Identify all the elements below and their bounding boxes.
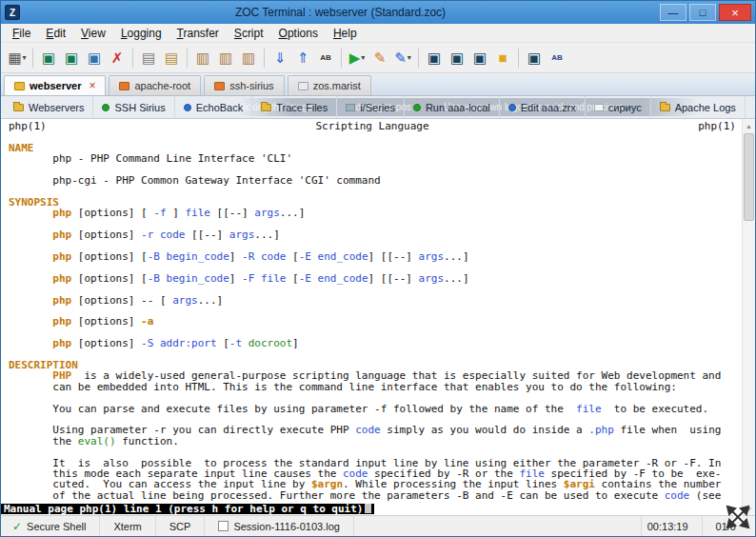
quickbar-item-run-aaa-local[interactable]: Run aaa-local (405, 96, 500, 118)
receive-file-icon[interactable]: ⇓ (269, 47, 291, 70)
clipboard-print-icon[interactable]: ▥ (237, 47, 260, 70)
blue-icon (184, 104, 191, 111)
scroll-up-icon[interactable]: ▲ (743, 119, 755, 132)
clipboard-copy-icon-glyph: ▥ (196, 50, 209, 65)
save-session-icon[interactable]: ▣ (83, 47, 106, 70)
menu-item-edit[interactable]: Edit (38, 25, 73, 42)
manpage-header-center: Scripting Language (315, 121, 428, 131)
quickbar-label: Apache Logs (675, 102, 736, 113)
emulation-label: Xterm (113, 521, 141, 532)
quickbar-label: Webservers (29, 102, 84, 113)
scrollbar-thumb[interactable] (744, 133, 754, 221)
send-file-icon-glyph: ⇑ (297, 50, 309, 65)
char-translation-icon[interactable]: AB (546, 47, 568, 70)
delete-log-icon[interactable]: ✗ (106, 47, 129, 70)
edit-script-icon-glyph: ✎ (374, 50, 387, 65)
menu-item-file[interactable]: File (5, 25, 38, 42)
resize-cursor-icon (723, 502, 753, 532)
tab-webserver[interactable]: webserver× (4, 75, 106, 95)
menu-item-options[interactable]: Options (271, 25, 326, 42)
quickbar-item-webservers[interactable]: Webservers (5, 96, 93, 118)
open-folder-icon[interactable]: ■ (491, 47, 514, 70)
log-status: Session-1116-0103.log (205, 516, 354, 536)
terminal-line: php [options] -r code [[--] args...] (9, 229, 742, 240)
remote-shell-icon[interactable]: ▣ (523, 47, 546, 70)
close-button[interactable]: × (719, 4, 751, 21)
minimize-button[interactable]: — (660, 4, 686, 21)
terminal-line: php-cgi - PHP Common Gateway Interface '… (9, 175, 742, 186)
tab-zos-marist[interactable]: zos.marist (288, 75, 371, 95)
quickbar-label: EchoBack (196, 102, 244, 113)
session-log-icon[interactable]: ▣ (468, 47, 491, 70)
quick-connect-icon[interactable]: ▣ (60, 47, 83, 70)
quickbar-item-trace-files[interactable]: Trace Files (252, 96, 337, 118)
run-script-icon[interactable]: ▶▾ (346, 47, 368, 70)
menu-item-logging[interactable]: Logging (113, 25, 169, 42)
address-book-icon-glyph: ▣ (42, 50, 55, 65)
toolbar-separator (341, 49, 342, 68)
keyboard-map-icon[interactable]: ▦▾ (6, 47, 29, 70)
tab-bar: webserver×apache-rootssh-siriuszos.maris… (1, 73, 755, 96)
quickbar-label: сириус (608, 102, 642, 113)
scrollbar[interactable]: ▲ ▼ (742, 119, 755, 515)
ascii-transfer-icon[interactable]: AB (314, 47, 337, 70)
terminal-line: php [options] -a (9, 316, 742, 327)
tab-close-icon[interactable]: × (89, 79, 95, 92)
copy-icon-glyph: ▤ (142, 50, 155, 65)
terminal-line: the eval() function. (9, 436, 742, 447)
copy-icon[interactable]: ▤ (137, 47, 160, 70)
quickbar-item-edit-aaa-zrx[interactable]: Edit aaa.zrx (500, 96, 586, 118)
session-icon (298, 82, 308, 90)
paste-icon[interactable]: ▤ (160, 47, 183, 70)
connection-label: Secure Shell (27, 521, 86, 532)
ascii-transfer-icon-glyph: AB (320, 54, 331, 62)
tab-ssh-sirius[interactable]: ssh-sirius (204, 75, 284, 95)
toolbar-separator (32, 49, 33, 68)
folder-icon (13, 104, 24, 111)
terminal-settings-icon-glyph: ▣ (450, 50, 464, 65)
terminal-line (9, 186, 742, 196)
menu-item-help[interactable]: Help (326, 25, 365, 42)
quickbar-item-i-series[interactable]: i/Series (337, 96, 405, 118)
manpage-header-right: php(1) (698, 121, 736, 131)
quick-connect-icon-glyph: ▣ (65, 50, 78, 65)
address-book-icon[interactable]: ▣ (37, 47, 60, 70)
menu-item-transfer[interactable]: Transfer (169, 25, 227, 42)
quickbar-item-echoback[interactable]: EchoBack (175, 96, 253, 118)
rexx-tools-icon[interactable]: ✎▾ (391, 47, 414, 70)
maximize-button[interactable]: □ (689, 4, 716, 21)
titlebar[interactable]: Z ZOC Terminal : webserver (Standard.zoc… (1, 1, 755, 24)
quickbar-item-сириус[interactable]: сириус (586, 96, 651, 118)
terminal-line: can be embedded into HTML. This is the c… (9, 382, 742, 392)
tab-label: ssh-sirius (229, 80, 273, 91)
rexx-tools-icon-glyph: ✎ (394, 50, 407, 65)
clipboard-copy-icon[interactable]: ▥ (191, 47, 214, 70)
toolbar: ▦▾▣▣▣✗▤▤▥▥▥⇓⇑AB▶▾✎✎▾▣▣▣■▣AB (1, 43, 755, 73)
text-cursor (365, 504, 371, 513)
host-directory-icon[interactable]: ▣ (423, 47, 446, 70)
delete-log-icon-glyph: ✗ (111, 50, 124, 65)
protocol-label: SCP (169, 521, 191, 532)
send-file-icon[interactable]: ⇑ (291, 47, 314, 70)
edit-script-icon[interactable]: ✎ (368, 47, 391, 70)
quickbar-item-ssh-sirius[interactable]: SSH Sirius (93, 96, 174, 118)
quickbar-item-apache-logs[interactable]: Apache Logs (651, 96, 746, 118)
menu-item-script[interactable]: Script (227, 25, 271, 42)
window-title: ZOC Terminal : webserver (Standard.zoc) (24, 6, 657, 19)
clipboard-paste-icon[interactable]: ▥ (214, 47, 237, 70)
tab-apache-root[interactable]: apache-root (109, 75, 201, 95)
log-checkbox[interactable] (218, 521, 229, 531)
menu-item-view[interactable]: View (73, 25, 113, 42)
terminal-line: php [options] -- [ args...] (9, 295, 742, 306)
terminal-screen[interactable]: php(1) Scripting Language php(1) NAME ph… (1, 119, 742, 515)
connection-status: ✓ Secure Shell (7, 516, 100, 536)
terminal-settings-icon[interactable]: ▣ (446, 47, 468, 70)
tab-label: zos.marist (313, 80, 361, 91)
save-session-icon-glyph: ▣ (88, 50, 101, 65)
dropdown-arrow-icon: ▾ (23, 53, 27, 62)
toolbar-separator (518, 49, 519, 68)
quick-access-bar: clicking the imageand drag to posUse you… (1, 96, 755, 119)
run-script-icon-glyph: ▶ (349, 50, 361, 65)
paste-icon-glyph: ▤ (165, 50, 178, 65)
clipboard-print-icon-glyph: ▥ (242, 50, 255, 65)
